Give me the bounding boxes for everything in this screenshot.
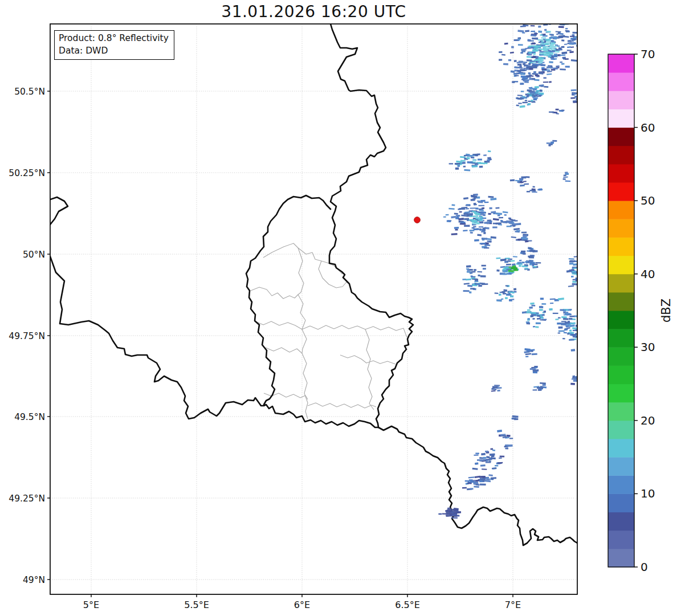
echo-bin <box>496 258 500 259</box>
echo-bin <box>458 215 460 217</box>
echo-bin <box>527 349 531 351</box>
echo-bin <box>466 204 470 206</box>
echo-bin <box>531 88 537 89</box>
echo-bin <box>475 207 479 210</box>
echo-bin <box>540 43 544 45</box>
echo-bin <box>543 46 546 48</box>
echo-bin <box>512 225 515 227</box>
echo-bin <box>463 166 466 168</box>
echo-bin <box>467 483 472 484</box>
echo-bin <box>471 275 473 277</box>
x-tick-label: 5.5°E <box>184 599 209 610</box>
echo-bin <box>480 478 486 480</box>
echo-bin <box>545 39 551 41</box>
echo-bin <box>455 229 458 231</box>
radar-echo-cluster <box>516 84 548 108</box>
echo-bin <box>480 213 484 215</box>
echo-bin <box>563 318 569 320</box>
echo-bin <box>484 244 490 246</box>
echo-bin <box>515 180 520 182</box>
radar-map-figure: 31.01.2026 16:20 UTC 5°E5.5°E6°E6.5°E7°E… <box>0 0 685 616</box>
echo-bin <box>550 298 556 300</box>
x-tick-label: 7°E <box>505 599 521 610</box>
country-border-fr-be-lu-south <box>50 256 378 427</box>
echo-bin <box>531 100 533 101</box>
product-info-line1: Product: 0.8° Reflectivity <box>59 32 169 44</box>
echo-bin <box>565 30 569 32</box>
echo-bin <box>551 42 556 44</box>
echo-bin <box>551 40 554 43</box>
echo-bin <box>474 239 479 242</box>
echo-bin <box>520 98 524 99</box>
colorbar: 010203040506070 <box>608 47 655 574</box>
radar-echo-cluster <box>463 275 488 293</box>
echo-bin <box>492 226 497 228</box>
echo-bin <box>525 100 527 101</box>
echo-bin <box>547 52 551 54</box>
radar-echo-layer <box>438 13 584 519</box>
echo-bin <box>501 54 505 56</box>
radar-echo-cluster <box>504 444 513 450</box>
echo-bin <box>479 476 486 478</box>
echo-bin <box>528 103 531 105</box>
echo-bin <box>491 390 496 392</box>
echo-bin <box>564 174 566 176</box>
colorbar-segment <box>608 475 634 494</box>
echo-bin <box>525 353 532 356</box>
echo-bin <box>540 317 544 319</box>
echo-bin <box>560 62 562 63</box>
echo-bin <box>513 256 517 257</box>
echo-bin <box>464 218 469 220</box>
echo-bin <box>467 270 470 271</box>
echo-bin <box>496 270 499 272</box>
echo-bin <box>524 81 529 83</box>
echo-bin <box>505 297 508 299</box>
echo-bin <box>475 279 478 282</box>
echo-bin <box>532 38 538 40</box>
echo-bin <box>475 452 479 454</box>
echo-bin <box>538 26 541 28</box>
echo-bin <box>509 267 511 268</box>
echo-bin <box>483 457 487 459</box>
echo-bin <box>480 275 486 278</box>
echo-bin <box>508 217 511 219</box>
canton-border-path <box>365 329 374 410</box>
echo-bin <box>531 31 535 32</box>
echo-bin <box>544 29 547 31</box>
echo-bin <box>548 145 551 146</box>
echo-bin <box>540 382 546 384</box>
echo-bin <box>535 326 539 328</box>
echo-bin <box>477 234 482 236</box>
echo-bin <box>506 293 510 295</box>
echo-bin <box>562 338 565 340</box>
colorbar-segment <box>608 292 634 311</box>
echo-bin <box>469 291 471 293</box>
echo-bin <box>569 316 575 317</box>
canton-border-path <box>298 248 305 329</box>
echo-bin <box>479 226 483 228</box>
echo-bin <box>532 265 534 267</box>
echo-bin <box>483 268 486 270</box>
colorbar-segment <box>608 91 634 109</box>
echo-bin <box>549 61 553 63</box>
echo-bin <box>528 54 532 55</box>
echo-bin <box>529 68 533 70</box>
echo-bin <box>518 103 521 104</box>
echo-bin <box>478 159 482 161</box>
echo-bin <box>472 468 478 470</box>
echo-bin <box>477 217 479 218</box>
echo-bin <box>522 311 527 313</box>
echo-bin <box>520 52 523 54</box>
echo-bin <box>530 315 533 317</box>
canton-border-path <box>266 348 302 353</box>
echo-bin <box>523 102 528 104</box>
echo-bin <box>569 260 576 262</box>
echo-bin <box>539 48 543 50</box>
echo-bin <box>578 342 582 344</box>
echo-bin <box>504 214 507 215</box>
echo-bin <box>486 456 490 458</box>
radar-site-marker <box>414 217 421 223</box>
echo-bin <box>474 269 476 271</box>
colorbar-segment <box>608 512 634 531</box>
echo-bin <box>487 157 491 159</box>
